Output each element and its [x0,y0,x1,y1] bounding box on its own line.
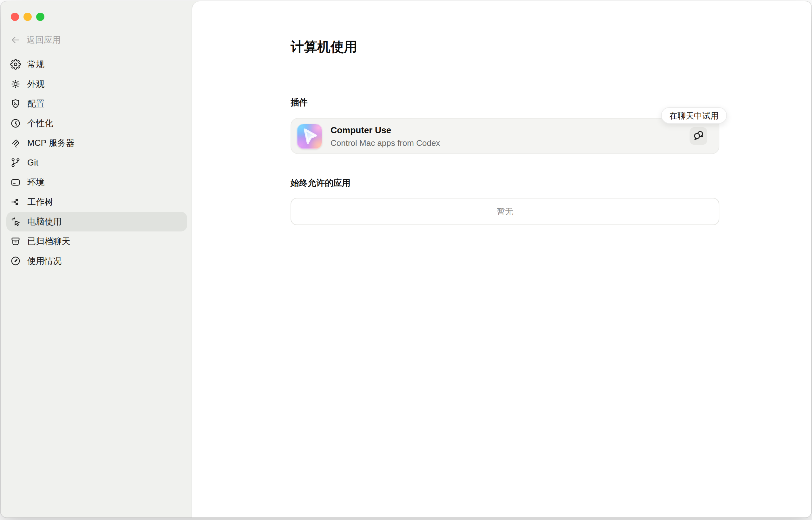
screenshot-stage: 返回应用 常规 [0,0,812,520]
page-title: 计算机使用 [290,38,719,56]
sidebar-item-worktrees[interactable]: 工作树 [6,192,187,212]
back-arrow-icon [10,34,21,45]
sidebar-item-computer-use[interactable]: 电脑使用 [6,212,187,231]
mcp-icon [10,138,21,148]
back-to-app-button[interactable]: 返回应用 [10,34,61,46]
allowed-apps-section-label: 始终允许的应用 [290,177,719,189]
sidebar-item-label: 已归档聊天 [27,236,70,247]
personalize-icon [10,118,21,129]
archive-box-icon [10,236,21,247]
sidebar-item-environment[interactable]: 环境 [6,173,187,192]
minimize-button[interactable] [23,13,32,21]
sidebar-item-appearance[interactable]: 外观 [6,74,187,94]
gear-icon [10,59,21,70]
sidebar-item-label: MCP 服务器 [27,137,75,149]
computer-use-app-icon [297,124,322,149]
traffic-lights [11,13,44,21]
sidebar-item-label: 电脑使用 [27,216,62,227]
cursor-sparks-icon [10,216,21,227]
sidebar-item-label: 环境 [27,177,44,188]
sidebar-item-label: Git [27,158,39,168]
plugin-description: Control Mac apps from Codex [331,137,440,149]
sidebar-item-general[interactable]: 常规 [6,55,187,74]
allowed-apps-empty-box: 暂无 [290,198,719,225]
sidebar-item-label: 配置 [27,98,44,109]
settings-main-panel: 计算机使用 插件 [192,1,811,517]
sidebar-item-archived-chats[interactable]: 已归档聊天 [6,231,187,251]
close-button[interactable] [11,13,19,21]
plugin-card-computer-use[interactable]: Computer Use Control Mac apps from Codex… [290,118,719,154]
zoom-button[interactable] [36,13,44,21]
try-in-chat-tooltip: 在聊天中试用 [661,107,727,124]
back-to-app-label: 返回应用 [27,34,61,46]
chat-bubbles-icon [691,128,705,144]
plugin-texts: Computer Use Control Mac apps from Codex [331,124,440,149]
worktree-split-arrows-icon [10,197,21,207]
git-branch-icon [10,157,21,168]
sidebar-item-label: 个性化 [27,118,53,129]
sidebar-item-personalization[interactable]: 个性化 [6,113,187,133]
sidebar-item-usage[interactable]: 使用情况 [6,251,187,271]
sidebar-nav: 常规 外观 [6,55,187,271]
sidebar-item-label: 工作树 [27,196,53,208]
allowed-apps-empty-text: 暂无 [497,206,513,217]
sidebar-item-label: 常规 [27,59,44,70]
plugins-section-label: 插件 [290,96,719,108]
sidebar-item-mcp-servers[interactable]: MCP 服务器 [6,133,187,153]
sidebar-item-git[interactable]: Git [6,153,187,173]
settings-sidebar: 返回应用 常规 [1,1,192,517]
sidebar-item-label: 外观 [27,78,44,90]
sidebar-item-config[interactable]: 配置 [6,94,187,113]
gauge-icon [10,256,21,266]
plugin-name: Computer Use [331,124,440,137]
window-frame-icon [10,177,21,188]
shield-terminal-icon [10,98,21,109]
try-in-chat-button[interactable] [690,127,707,145]
settings-window: 返回应用 常规 [1,1,811,517]
sidebar-item-label: 使用情况 [27,255,62,267]
sun-icon [10,79,21,89]
